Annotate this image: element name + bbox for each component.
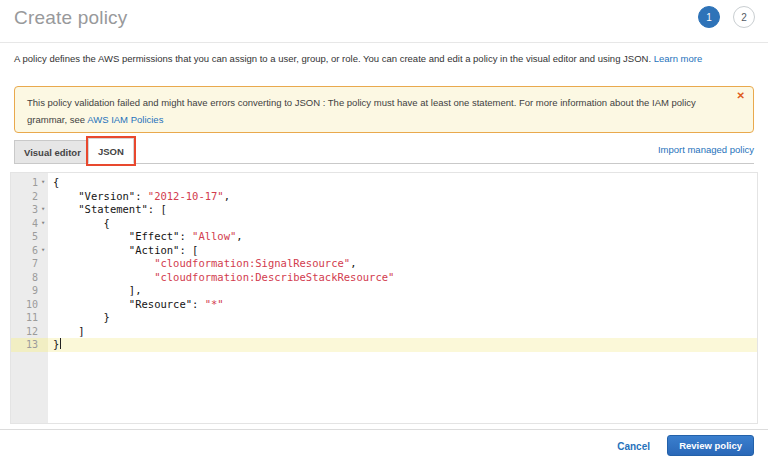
- line-number: 10: [26, 299, 38, 310]
- json-plain-token: "Effect":: [53, 230, 192, 242]
- json-plain-token: ,: [224, 190, 230, 202]
- tab-json[interactable]: JSON: [88, 138, 134, 164]
- json-tab-annotation-highlight: JSON: [86, 136, 136, 166]
- json-policy-editor[interactable]: 1▾23▾4▾56▾78910111213 { "Version": "2012…: [10, 172, 758, 424]
- code-line-9[interactable]: ],: [48, 284, 757, 298]
- gutter-line-2[interactable]: 2: [11, 190, 48, 204]
- json-plain-token: ]: [53, 325, 85, 337]
- json-string-token: "Allow": [192, 230, 236, 242]
- json-plain-token: {: [53, 217, 110, 229]
- fold-caret-icon[interactable]: ▾: [38, 244, 48, 258]
- code-line-7[interactable]: "cloudformation:SignalResource",: [48, 257, 757, 271]
- code-line-10[interactable]: "Resource": "*": [48, 298, 757, 312]
- editor-tabbar: Visual editor JSON Import managed policy: [14, 140, 754, 164]
- page-title: Create policy: [14, 7, 127, 29]
- editor-gutter: 1▾23▾4▾56▾78910111213: [11, 173, 48, 423]
- line-number: 7: [32, 258, 38, 269]
- code-line-3[interactable]: "Statement": [: [48, 203, 757, 217]
- json-plain-token: "Action": [: [53, 244, 198, 256]
- close-icon[interactable]: ✕: [737, 91, 745, 101]
- gutter-line-1[interactable]: 1▾: [11, 176, 48, 190]
- cancel-button[interactable]: Cancel: [617, 441, 650, 452]
- editor-code-area[interactable]: { "Version": "2012-10-17", "Statement": …: [48, 173, 757, 423]
- code-line-8[interactable]: "cloudformation:DescribeStackResource": [48, 271, 757, 285]
- fold-caret-icon[interactable]: ▾: [38, 203, 48, 217]
- fold-caret-icon[interactable]: ▾: [38, 217, 48, 231]
- json-plain-token: }: [53, 338, 59, 350]
- gutter-line-7[interactable]: 7: [11, 257, 48, 271]
- gutter-line-5[interactable]: 5: [11, 230, 48, 244]
- intro-text: A policy defines the AWS permissions tha…: [14, 53, 754, 64]
- line-number: 2: [32, 191, 38, 202]
- line-number: 13: [26, 339, 38, 350]
- gutter-line-9[interactable]: 9: [11, 284, 48, 298]
- gutter-line-3[interactable]: 3▾: [11, 203, 48, 217]
- json-plain-token: "Resource":: [53, 298, 205, 310]
- header-divider: [0, 42, 768, 43]
- json-plain-token: "Statement": [: [53, 203, 167, 215]
- code-line-6[interactable]: "Action": [: [48, 244, 757, 258]
- gutter-line-11[interactable]: 11: [11, 311, 48, 325]
- gutter-line-8[interactable]: 8: [11, 271, 48, 285]
- learn-more-link[interactable]: Learn more: [654, 53, 703, 64]
- intro-description: A policy defines the AWS permissions tha…: [14, 53, 651, 64]
- json-plain-token: [53, 271, 154, 283]
- json-plain-token: ],: [53, 284, 142, 296]
- create-policy-page: Create policy 1 2 A policy defines the A…: [0, 0, 768, 461]
- line-number: 8: [32, 272, 38, 283]
- review-policy-button[interactable]: Review policy: [667, 435, 754, 456]
- json-string-token: "cloudformation:SignalResource": [154, 257, 350, 269]
- json-plain-token: }: [53, 311, 110, 323]
- code-line-4[interactable]: {: [48, 217, 757, 231]
- fold-caret-icon[interactable]: ▾: [38, 176, 48, 190]
- footer-divider: [0, 429, 768, 430]
- gutter-line-10[interactable]: 10: [11, 298, 48, 312]
- json-plain-token: {: [53, 176, 59, 188]
- gutter-line-6[interactable]: 6▾: [11, 244, 48, 258]
- code-line-5[interactable]: "Effect": "Allow",: [48, 230, 757, 244]
- json-string-token: "2012-10-17": [148, 190, 224, 202]
- code-line-12[interactable]: ]: [48, 325, 757, 339]
- gutter-line-12[interactable]: 12: [11, 325, 48, 339]
- code-line-1[interactable]: {: [48, 176, 757, 190]
- step-indicator-1[interactable]: 1: [698, 6, 720, 28]
- gutter-line-4[interactable]: 4▾: [11, 217, 48, 231]
- tab-visual-editor[interactable]: Visual editor: [14, 140, 91, 164]
- line-number: 12: [26, 326, 38, 337]
- import-managed-policy-link[interactable]: Import managed policy: [658, 144, 754, 155]
- json-string-token: "*": [205, 298, 224, 310]
- gutter-filler: [11, 352, 48, 424]
- line-number: 9: [32, 285, 38, 296]
- gutter-line-13[interactable]: 13: [11, 338, 48, 352]
- aws-iam-policies-link[interactable]: AWS IAM Policies: [87, 114, 163, 125]
- json-string-token: "cloudformation:DescribeStackResource": [154, 271, 394, 283]
- code-line-11[interactable]: }: [48, 311, 757, 325]
- step-indicator-2[interactable]: 2: [733, 6, 755, 28]
- line-number: 11: [26, 312, 38, 323]
- validation-error-banner: This policy validation failed and might …: [14, 86, 754, 133]
- code-line-13[interactable]: }: [48, 338, 757, 352]
- code-line-2[interactable]: "Version": "2012-10-17",: [48, 190, 757, 204]
- line-number: 5: [32, 231, 38, 242]
- json-plain-token: [53, 257, 154, 269]
- text-cursor: [60, 338, 61, 349]
- json-plain-token: "Version":: [53, 190, 148, 202]
- json-plain-token: ,: [236, 230, 242, 242]
- wizard-steps: 1 2: [698, 6, 755, 28]
- json-plain-token: ,: [350, 257, 356, 269]
